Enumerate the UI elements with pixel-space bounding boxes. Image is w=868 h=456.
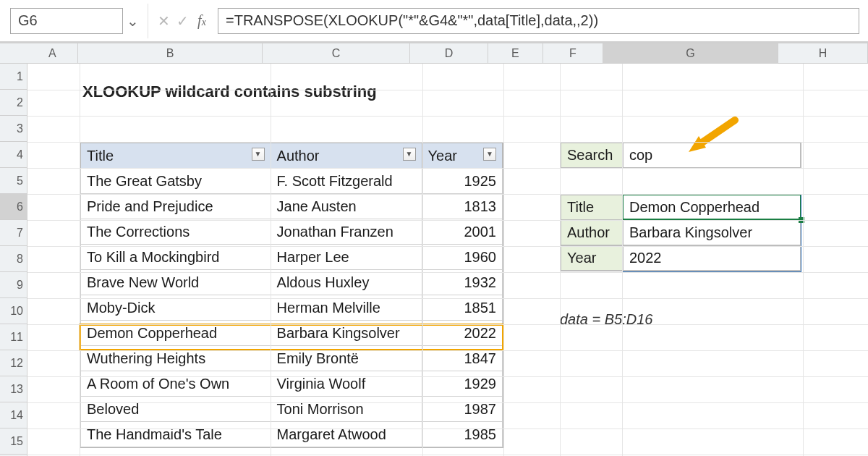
table-cell[interactable]: Beloved (81, 397, 271, 422)
row-header-2[interactable]: 2 (0, 90, 27, 116)
table-row[interactable]: BelovedToni Morrison1987 (81, 397, 503, 422)
row-header-7[interactable]: 7 (0, 220, 27, 246)
table-cell[interactable]: Harper Lee (271, 245, 422, 270)
table-cell[interactable]: The Great Gatsby (81, 169, 271, 194)
row-headers: 123456789101112131415 (0, 64, 27, 456)
row-header-8[interactable]: 8 (0, 246, 27, 272)
row-header-3[interactable]: 3 (0, 116, 27, 142)
row-header-13[interactable]: 13 (0, 376, 27, 402)
col-header-G[interactable]: G (603, 43, 778, 64)
row-header-10[interactable]: 10 (0, 298, 27, 324)
fx-icon[interactable]: fx (192, 12, 212, 29)
table-row[interactable]: A Room of One's OwnVirginia Woolf1929 (81, 371, 503, 397)
result-value[interactable]: 2022 (623, 245, 801, 271)
row-header-5[interactable]: 5 (0, 168, 27, 194)
table-cell[interactable]: 1929 (422, 371, 502, 397)
table-row[interactable]: Pride and PrejudiceJane Austen1813 (81, 194, 503, 219)
table-header-author[interactable]: Author▼ (271, 143, 422, 169)
search-value: cop (629, 147, 652, 164)
table-header-title[interactable]: Title▼ (81, 143, 271, 169)
col-header-A[interactable]: A (27, 43, 78, 64)
result-key: Author (561, 220, 623, 245)
cancel-icon[interactable]: ✕ (154, 12, 173, 30)
row-header-1[interactable]: 1 (0, 64, 27, 90)
search-input[interactable]: cop (623, 143, 801, 168)
confirm-icon[interactable]: ✓ (173, 12, 192, 30)
col-header-C[interactable]: C (263, 43, 409, 64)
row-header-12[interactable]: 12 (0, 350, 27, 376)
table-row[interactable]: Brave New WorldAldous Huxley1932 (81, 270, 503, 295)
divider (148, 4, 148, 38)
filter-dropdown-icon[interactable]: ▼ (403, 148, 416, 161)
row-header-15[interactable]: 15 (0, 428, 27, 455)
result-value[interactable]: Demon Copperhead (623, 195, 801, 220)
table-cell[interactable]: Toni Morrison (271, 397, 422, 422)
formula-text: =TRANSPOSE(XLOOKUP("*"&G4&"*",data[Title… (226, 12, 598, 29)
cell-grid[interactable]: XLOOKUP wildcard contains substring Titl… (27, 64, 868, 456)
table-cell[interactable]: 1987 (422, 397, 502, 422)
filter-dropdown-icon[interactable]: ▼ (252, 148, 265, 161)
table-cell[interactable]: The Corrections (81, 219, 271, 245)
result-key: Title (561, 195, 623, 220)
col-header-B[interactable]: B (78, 43, 263, 64)
col-header-D[interactable]: D (410, 43, 488, 64)
table-cell[interactable]: Jane Austen (271, 194, 422, 219)
table-cell[interactable]: A Room of One's Own (81, 371, 271, 397)
name-box[interactable]: G6 (10, 8, 123, 34)
table-cell[interactable]: Emily Brontë (271, 346, 422, 371)
table-row[interactable]: The Handmaid's TaleMargaret Atwood1985 (81, 422, 503, 447)
formula-input[interactable]: =TRANSPOSE(XLOOKUP("*"&G4&"*",data[Title… (218, 8, 859, 34)
table-cell[interactable]: F. Scott Fitzgerald (271, 169, 422, 194)
row-header-11[interactable]: 11 (0, 324, 27, 350)
filter-dropdown-icon[interactable]: ▼ (483, 148, 496, 161)
table-cell[interactable]: Margaret Atwood (271, 422, 422, 447)
row-header-14[interactable]: 14 (0, 402, 27, 428)
table-cell[interactable]: Pride and Prejudice (81, 194, 271, 219)
table-cell[interactable]: 2001 (422, 219, 502, 245)
table-header-label: Year (428, 148, 457, 164)
name-box-dropdown-icon[interactable]: ⌄ (123, 12, 142, 30)
spreadsheet-window: G6 ⌄ ✕ ✓ fx =TRANSPOSE(XLOOKUP("*"&G4&"*… (0, 0, 868, 456)
table-row[interactable]: The CorrectionsJonathan Franzen2001 (81, 219, 503, 245)
col-header-H[interactable]: H (778, 43, 868, 64)
table-cell[interactable]: 1985 (422, 422, 502, 447)
table-row[interactable]: Wuthering HeightsEmily Brontë1847 (81, 346, 503, 371)
col-header-F[interactable]: F (543, 43, 603, 64)
row-header-9[interactable]: 9 (0, 272, 27, 298)
page-title: XLOOKUP wildcard contains substring (82, 83, 377, 101)
search-label: Search (561, 143, 623, 168)
result-panel: TitleDemon CopperheadAuthorBarbara Kings… (560, 194, 801, 271)
table-cell[interactable]: 1960 (422, 245, 502, 270)
table-cell[interactable]: Jonathan Franzen (271, 219, 422, 245)
name-box-value: G6 (18, 12, 38, 29)
table-cell[interactable]: 1813 (422, 194, 502, 219)
table-cell[interactable]: To Kill a Mockingbird (81, 245, 271, 270)
search-panel: Search cop (560, 142, 801, 169)
result-value[interactable]: Barbara Kingsolver (623, 220, 801, 245)
column-headers: ABCDEFGH (0, 43, 868, 64)
table-cell[interactable]: Wuthering Heights (81, 346, 271, 371)
table-cell[interactable]: Brave New World (81, 270, 271, 295)
table-cell[interactable]: 1847 (422, 346, 502, 371)
row-header-4[interactable]: 4 (0, 142, 27, 168)
table-cell[interactable]: The Handmaid's Tale (81, 422, 271, 447)
table-cell[interactable]: Aldous Huxley (271, 270, 422, 295)
table-cell[interactable]: Virginia Woolf (271, 371, 422, 397)
row-header-6[interactable]: 6 (0, 194, 27, 220)
table-header-label: Author (277, 148, 320, 164)
table-header-year[interactable]: Year▼ (422, 143, 502, 169)
data-range-note: data = B5:D16 (560, 311, 652, 328)
col-header-E[interactable]: E (488, 43, 543, 64)
result-key: Year (561, 245, 623, 271)
table-row[interactable]: To Kill a MockingbirdHarper Lee1960 (81, 245, 503, 270)
table-row[interactable]: The Great GatsbyF. Scott Fitzgerald1925 (81, 169, 503, 194)
formula-bar: G6 ⌄ ✕ ✓ fx =TRANSPOSE(XLOOKUP("*"&G4&"*… (0, 0, 868, 43)
table-header-label: Title (87, 148, 114, 164)
table-cell[interactable]: 1925 (422, 169, 502, 194)
table-cell[interactable]: 1932 (422, 270, 502, 295)
